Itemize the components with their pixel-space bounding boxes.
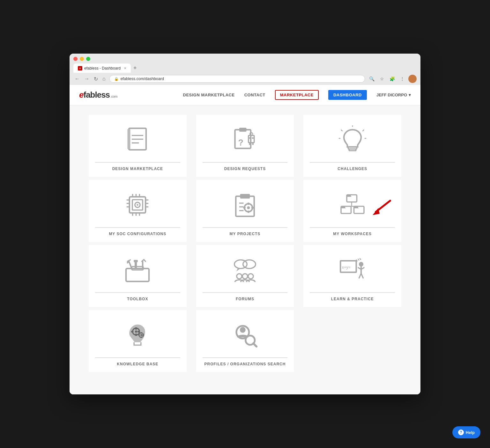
- svg-marker-67: [236, 268, 241, 272]
- svg-point-71: [248, 274, 253, 279]
- svg-rect-15: [349, 149, 356, 151]
- svg-marker-49: [373, 208, 380, 215]
- svg-rect-46: [243, 207, 246, 208]
- svg-rect-61: [135, 261, 137, 269]
- grid-item-knowledge[interactable]: KNOWLEDGE BASE: [89, 310, 187, 372]
- workspaces-icon: [337, 189, 368, 221]
- svg-rect-88: [137, 331, 140, 332]
- browser-window: e efabless - Dashboard × + ← → ↻ ⌂ 🔒 efa…: [70, 54, 420, 394]
- back-button[interactable]: ←: [73, 75, 81, 82]
- svg-rect-13: [252, 143, 254, 145]
- search-icon[interactable]: 🔍: [368, 75, 376, 83]
- dashboard-main: DESIGN MARKETPLACE ?: [70, 105, 420, 394]
- logo-fabless: fabless: [83, 90, 110, 100]
- svg-rect-62: [134, 260, 138, 262]
- svg-rect-12: [249, 143, 251, 145]
- logo[interactable]: efabless.com: [79, 90, 117, 100]
- knowledge-label: KNOWLEDGE BASE: [95, 357, 180, 366]
- grid-row-4: KNOWLEDGE BASE: [89, 310, 401, 372]
- grid-item-challenges[interactable]: CHALLENGES: [303, 115, 401, 177]
- browser-chrome: e efabless - Dashboard × +: [70, 54, 420, 73]
- nav-marketplace[interactable]: MARKETPLACE: [275, 90, 319, 100]
- tab-close-button[interactable]: ×: [124, 66, 126, 71]
- svg-point-96: [240, 327, 246, 333]
- grid-row-2: MY SOC CONFIGURATIONS: [89, 180, 401, 242]
- soc-label: MY SOC CONFIGURATIONS: [95, 227, 180, 236]
- home-button[interactable]: ⌂: [101, 75, 107, 82]
- nav-dashboard[interactable]: DASHBOARD: [328, 90, 367, 100]
- browser-tab[interactable]: e efabless - Dashboard ×: [73, 63, 131, 73]
- projects-label: MY PROJECTS: [203, 227, 288, 236]
- help-button[interactable]: ? Help: [452, 426, 480, 438]
- tab-bar: e efabless - Dashboard × +: [73, 63, 417, 73]
- svg-rect-86: [135, 334, 137, 336]
- grid-item-design-requests[interactable]: ? DESIGN REQUESTS: [196, 115, 294, 177]
- url-text: efabless.com/dashboard: [121, 77, 164, 81]
- svg-text:x+y=: x+y=: [342, 265, 350, 270]
- grid-item-design-marketplace[interactable]: DESIGN MARKETPLACE: [89, 115, 187, 177]
- svg-line-18: [362, 130, 364, 131]
- grid-row-1: DESIGN MARKETPLACE ?: [89, 115, 401, 177]
- nav-buttons: ← → ↻ ⌂: [73, 75, 107, 83]
- logo-com: .com: [110, 94, 117, 98]
- forward-button[interactable]: →: [83, 75, 91, 82]
- svg-rect-38: [240, 194, 250, 198]
- extension-icon[interactable]: 🧩: [388, 75, 396, 83]
- grid-item-toolbox[interactable]: TOOLBOX: [89, 245, 187, 307]
- svg-line-82: [360, 258, 361, 260]
- svg-point-43: [247, 206, 250, 209]
- help-icon: ?: [458, 429, 464, 435]
- svg-line-58: [129, 261, 132, 269]
- svg-rect-47: [251, 207, 254, 208]
- svg-line-48: [376, 201, 390, 212]
- bookmark-icon[interactable]: ☆: [378, 75, 386, 83]
- svg-point-10: [249, 137, 251, 139]
- toolbox-icon: [122, 254, 153, 286]
- svg-line-98: [253, 343, 256, 347]
- close-button[interactable]: [73, 57, 78, 61]
- svg-rect-87: [131, 331, 134, 332]
- svg-rect-93: [138, 334, 140, 336]
- svg-rect-1: [128, 129, 130, 149]
- svg-rect-85: [135, 327, 137, 330]
- challenges-label: CHALLENGES: [310, 162, 395, 171]
- profile-button[interactable]: [408, 75, 417, 83]
- svg-rect-94: [142, 334, 144, 336]
- svg-point-70: [242, 274, 248, 279]
- grid-item-profiles[interactable]: PROFILES / ORGANIZATIONS SEARCH: [196, 310, 294, 372]
- tab-favicon: e: [78, 66, 82, 71]
- grid-item-projects[interactable]: MY PROJECTS: [196, 180, 294, 242]
- help-label: Help: [466, 430, 475, 435]
- nav-links: DESIGN MARKETPLACE CONTACT MARKETPLACE D…: [183, 90, 411, 100]
- url-box[interactable]: 🔒 efabless.com/dashboard: [109, 75, 365, 83]
- svg-point-36: [137, 204, 138, 205]
- svg-rect-92: [141, 337, 142, 338]
- design-marketplace-icon: [122, 124, 153, 156]
- grid-row-3: TOOLBOX: [89, 245, 401, 307]
- menu-icon[interactable]: ⋮: [398, 75, 406, 83]
- nav-contact[interactable]: CONTACT: [244, 93, 265, 97]
- nav-how-to[interactable]: DESIGN MARKETPLACE: [183, 93, 235, 97]
- projects-icon: [229, 189, 261, 221]
- lock-icon: 🔒: [114, 77, 119, 81]
- svg-point-68: [243, 260, 256, 269]
- forums-icon: [229, 254, 261, 286]
- address-bar: ← → ↻ ⌂ 🔒 efabless.com/dashboard 🔍 ☆ 🧩 ⋮: [70, 73, 420, 85]
- learn-label: LEARN & PRACTICE: [310, 292, 395, 301]
- maximize-button[interactable]: [86, 57, 90, 61]
- logo-e: e: [79, 90, 83, 100]
- svg-line-64: [144, 260, 145, 261]
- svg-line-17: [341, 130, 343, 131]
- red-arrow-indicator: [366, 199, 392, 218]
- new-tab-button[interactable]: +: [131, 63, 139, 73]
- grid-item-workspaces[interactable]: MY WORKSPACES: [303, 180, 401, 242]
- grid-item-forums[interactable]: FORUMS: [196, 245, 294, 307]
- nav-user[interactable]: JEFF DICORPO ▾: [376, 93, 411, 97]
- refresh-button[interactable]: ↻: [93, 75, 99, 83]
- forums-label: FORUMS: [203, 292, 288, 301]
- grid-item-learn[interactable]: x+y=: [303, 245, 401, 307]
- minimize-button[interactable]: [80, 57, 84, 61]
- svg-point-11: [252, 137, 254, 139]
- grid-item-soc[interactable]: MY SOC CONFIGURATIONS: [89, 180, 187, 242]
- traffic-lights: [73, 57, 417, 61]
